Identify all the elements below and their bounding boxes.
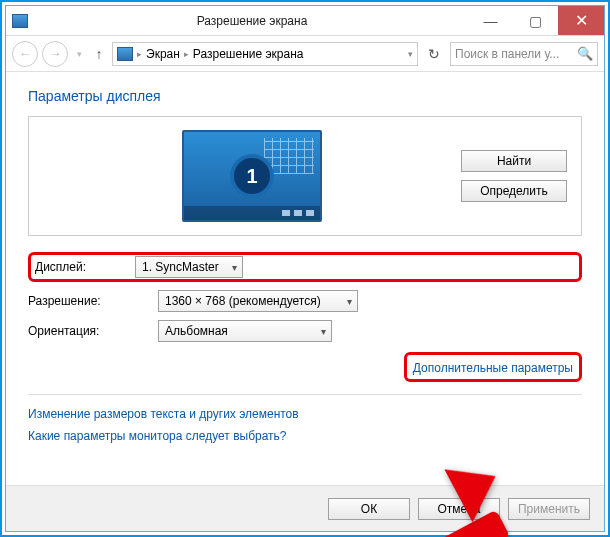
display-label: Дисплей:	[35, 260, 135, 274]
navbar: ← → ▾ ↑ ▸ Экран ▸ Разрешение экрана ▾ ↻ …	[6, 36, 604, 72]
app-icon	[12, 14, 28, 28]
text-size-link[interactable]: Изменение размеров текста и других элеме…	[28, 407, 582, 421]
resolution-label: Разрешение:	[28, 294, 158, 308]
divider	[28, 394, 582, 395]
screen-icon	[117, 47, 133, 61]
orientation-select[interactable]: Альбомная	[158, 320, 332, 342]
up-button[interactable]: ↑	[90, 46, 108, 62]
page-title: Параметры дисплея	[28, 88, 582, 104]
forward-button[interactable]: →	[42, 41, 68, 67]
breadcrumb-item[interactable]: Экран	[146, 47, 180, 61]
refresh-button[interactable]: ↻	[422, 42, 446, 66]
titlebar: Разрешение экрана — ▢ ✕	[6, 6, 604, 36]
display-row-highlight: Дисплей: 1. SyncMaster	[28, 252, 582, 282]
apply-button: Применить	[508, 498, 590, 520]
history-dropdown-icon[interactable]: ▾	[72, 49, 86, 59]
breadcrumb-item[interactable]: Разрешение экрана	[193, 47, 304, 61]
advanced-link-highlight: Дополнительные параметры	[404, 352, 582, 382]
cancel-button[interactable]: Отмена	[418, 498, 500, 520]
resolution-select[interactable]: 1360 × 768 (рекомендуется)	[158, 290, 358, 312]
maximize-button[interactable]: ▢	[513, 6, 558, 35]
monitor-thumbnail[interactable]: 1	[182, 130, 322, 222]
breadcrumb[interactable]: ▸ Экран ▸ Разрешение экрана ▾	[112, 42, 418, 66]
display-select[interactable]: 1. SyncMaster	[135, 256, 243, 278]
advanced-settings-link[interactable]: Дополнительные параметры	[413, 361, 573, 375]
back-button[interactable]: ←	[12, 41, 38, 67]
ok-button[interactable]: ОК	[328, 498, 410, 520]
chevron-right-icon: ▸	[184, 49, 189, 59]
which-monitor-link[interactable]: Какие параметры монитора следует выбрать…	[28, 429, 582, 443]
monitor-number: 1	[234, 158, 270, 194]
close-button[interactable]: ✕	[558, 6, 604, 35]
orientation-label: Ориентация:	[28, 324, 158, 338]
search-placeholder: Поиск в панели у...	[455, 47, 577, 61]
search-input[interactable]: Поиск в панели у... 🔍	[450, 42, 598, 66]
chevron-down-icon[interactable]: ▾	[408, 49, 413, 59]
search-icon: 🔍	[577, 46, 593, 61]
window-title: Разрешение экрана	[36, 14, 468, 28]
dialog-buttons: ОК Отмена Применить	[6, 485, 604, 531]
display-preview: 1 Найти Определить	[28, 116, 582, 236]
chevron-right-icon: ▸	[137, 49, 142, 59]
detect-button[interactable]: Определить	[461, 180, 567, 202]
find-button[interactable]: Найти	[461, 150, 567, 172]
minimize-button[interactable]: —	[468, 6, 513, 35]
